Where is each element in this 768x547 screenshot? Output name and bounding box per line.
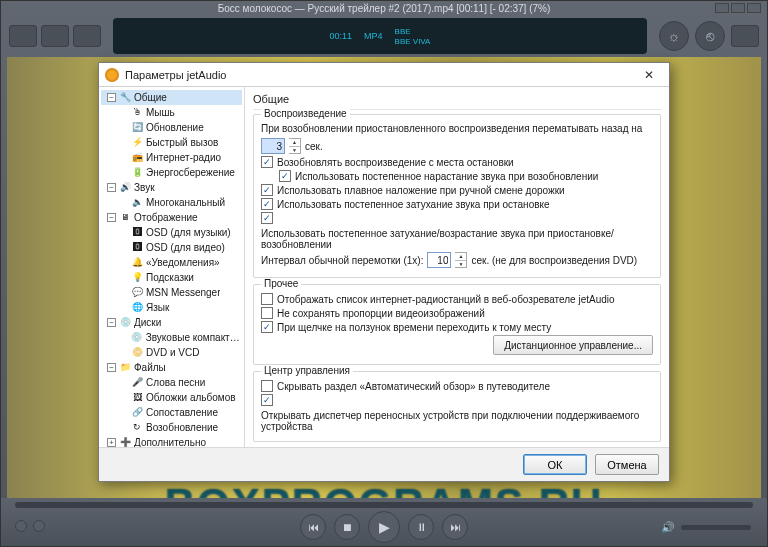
cb-resume[interactable] <box>261 156 273 168</box>
cb-keep-aspect-label: Не сохранять пропорции видеоизображений <box>277 308 485 319</box>
tree-power[interactable]: 🔋Энергосбережение <box>101 165 242 180</box>
seek-interval-input[interactable] <box>427 252 451 268</box>
cb-open-pmd[interactable] <box>261 394 273 406</box>
cb-hide-auto[interactable] <box>261 380 273 392</box>
cb-resume-label: Возобновлять воспроизведение с места ост… <box>277 157 514 168</box>
close-button[interactable] <box>747 3 761 13</box>
tree-general[interactable]: −🔧Общие <box>101 90 242 105</box>
cb-fadeout-stop-label: Использовать постепенное затухание звука… <box>277 199 550 210</box>
collapse-icon[interactable]: − <box>107 183 116 192</box>
tree-discs[interactable]: −💿Диски <box>101 315 242 330</box>
display-time: 00:11 <box>330 31 353 41</box>
tree-osd-video[interactable]: 🅾OSD (для видео) <box>101 240 242 255</box>
group-playback-title: Воспроизведение <box>261 108 350 119</box>
dialog-close-button[interactable]: ✕ <box>635 67 663 83</box>
tree-sound[interactable]: −🔊Звук <box>101 180 242 195</box>
tree-extra[interactable]: +➕Дополнительно <box>101 435 242 447</box>
folder-icon: 🔧 <box>119 92 131 104</box>
dialog-title: Параметры jetAudio <box>125 69 226 81</box>
dvd-icon: 📀 <box>131 347 143 359</box>
cb-keep-aspect[interactable] <box>261 307 273 319</box>
expand-icon[interactable]: + <box>107 438 116 447</box>
tree-osd-music[interactable]: 🅾OSD (для музыки) <box>101 225 242 240</box>
bell-icon: 🔔 <box>131 257 143 269</box>
tree-notifications[interactable]: 🔔«Уведомления» <box>101 255 242 270</box>
ok-button[interactable]: ОК <box>523 454 587 475</box>
bbe-label: BBE <box>395 27 411 36</box>
cb-hide-auto-label: Скрывать раздел «Автоматический обзор» в… <box>277 381 550 392</box>
cb-seek-click-label: При щелчке на ползунок времени переходит… <box>277 322 551 333</box>
tree-iradio[interactable]: 📻Интернет-радио <box>101 150 242 165</box>
cb-open-pmd-label: Открывать диспетчер переносных устройств… <box>261 410 653 432</box>
file-icon: 📁 <box>119 362 131 374</box>
mouse-icon: 🖱 <box>131 107 143 119</box>
progress-slider[interactable] <box>15 502 753 508</box>
pause-button[interactable]: ⏸ <box>408 514 434 540</box>
tree-audio-cd[interactable]: 💿Звуковые компакт-ди <box>101 330 242 345</box>
knob-1[interactable] <box>15 520 27 532</box>
tree-multichannel[interactable]: 🔈Многоканальный <box>101 195 242 210</box>
collapse-icon[interactable]: − <box>107 363 116 372</box>
maximize-button[interactable] <box>731 3 745 13</box>
tree-quickcall[interactable]: ⚡Быстрый вызов <box>101 135 242 150</box>
display-format: MP4 <box>364 31 383 41</box>
seek-interval-spinner[interactable]: ▲▼ <box>455 252 467 268</box>
volume-slider[interactable] <box>681 525 751 530</box>
cb-radio-browser-label: Отображать список интернет-радиостанций … <box>277 294 615 305</box>
cb-fadein[interactable] <box>279 170 291 182</box>
toolbar-button-3[interactable] <box>73 25 101 47</box>
tree-hints[interactable]: 💡Подсказки <box>101 270 242 285</box>
cancel-button[interactable]: Отмена <box>595 454 659 475</box>
knob-2[interactable] <box>33 520 45 532</box>
cb-fadeout-stop[interactable] <box>261 198 273 210</box>
tree-dvd-vcd[interactable]: 📀DVD и VCD <box>101 345 242 360</box>
player-controls: ⏮ ⏹ ▶ ⏸ ⏭ 🔊 <box>1 498 767 546</box>
collapse-icon[interactable]: − <box>107 318 116 327</box>
tree-covers[interactable]: 🖼Обложки альбомов <box>101 390 242 405</box>
dialog-titlebar: Параметры jetAudio ✕ <box>99 63 669 87</box>
stop-button[interactable]: ⏹ <box>334 514 360 540</box>
toolbar-round-1[interactable]: ☼ <box>659 21 689 51</box>
resume-rewind-spinner[interactable]: ▲▼ <box>289 138 301 154</box>
next-button[interactable]: ⏭ <box>442 514 468 540</box>
speaker-icon: 🔈 <box>131 197 143 209</box>
play-button[interactable]: ▶ <box>368 511 400 543</box>
group-cc: Центр управления Скрывать раздел «Автома… <box>253 371 661 442</box>
toolbar-round-2[interactable]: ⎋ <box>695 21 725 51</box>
cb-radio-browser[interactable] <box>261 293 273 305</box>
tree-lyrics[interactable]: 🎤Слова песни <box>101 375 242 390</box>
dialog-footer: ОК Отмена <box>99 447 669 481</box>
prev-button[interactable]: ⏮ <box>300 514 326 540</box>
toolbar-button-4[interactable] <box>731 25 759 47</box>
collapse-icon[interactable]: − <box>107 213 116 222</box>
toolbar-button-2[interactable] <box>41 25 69 47</box>
cb-seek-click[interactable] <box>261 321 273 333</box>
cb-crossfade[interactable] <box>261 184 273 196</box>
resume-rewind-input[interactable] <box>261 138 285 154</box>
plus-icon: ➕ <box>119 437 131 448</box>
player-title: Босс молокосос — Русский трейлер #2 (201… <box>218 3 551 14</box>
collapse-icon[interactable]: − <box>107 93 116 102</box>
tree-files[interactable]: −📁Файлы <box>101 360 242 375</box>
globe-icon: 🌐 <box>131 302 143 314</box>
tree-mouse[interactable]: 🖱Мышь <box>101 105 242 120</box>
group-other: Прочее Отображать список интернет-радиос… <box>253 284 661 365</box>
display-icon: 🖥 <box>119 212 131 224</box>
toolbar-button-1[interactable] <box>9 25 37 47</box>
tree-display[interactable]: −🖥Отображение <box>101 210 242 225</box>
tree-assoc[interactable]: 🔗Сопоставление <box>101 405 242 420</box>
resume-rewind-unit: сек. <box>305 141 323 152</box>
volume-icon[interactable]: 🔊 <box>661 521 675 534</box>
minimize-button[interactable] <box>715 3 729 13</box>
osd-icon: 🅾 <box>131 227 143 239</box>
tree-lang[interactable]: 🌐Язык <box>101 300 242 315</box>
tree-update[interactable]: 🔄Обновление <box>101 120 242 135</box>
app-icon <box>105 68 119 82</box>
category-tree[interactable]: −🔧Общие 🖱Мышь 🔄Обновление ⚡Быстрый вызов… <box>99 87 245 447</box>
preferences-dialog: Параметры jetAudio ✕ −🔧Общие 🖱Мышь 🔄Обно… <box>98 62 670 482</box>
cb-fade-pause[interactable] <box>261 212 273 224</box>
tree-msn[interactable]: 💬MSN Messenger <box>101 285 242 300</box>
cd-icon: 💿 <box>131 332 143 344</box>
remote-control-button[interactable]: Дистанционное управление... <box>493 335 653 355</box>
tree-resume[interactable]: ↻Возобновление <box>101 420 242 435</box>
